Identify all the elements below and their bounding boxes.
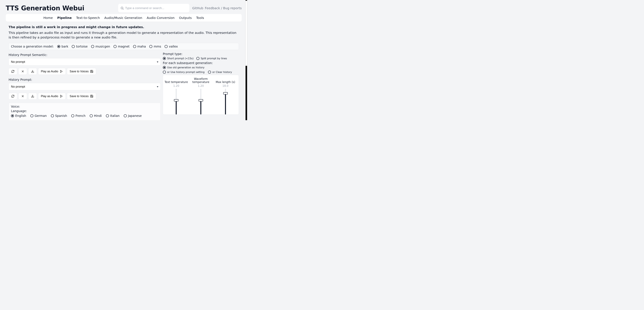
slider-value: 1.20: [173, 84, 179, 88]
hps-refresh-button[interactable]: [8, 68, 17, 75]
slider-thumb[interactable]: [198, 99, 203, 102]
nav-item-audiogen[interactable]: Audio/Music Generation: [104, 16, 142, 20]
play-icon: [60, 94, 63, 98]
nav-item-home[interactable]: Home: [44, 16, 53, 20]
model-radio-tortoise[interactable]: tortoise: [72, 45, 88, 48]
hp-play-button[interactable]: Play as Audio: [38, 93, 66, 100]
history-prompt-label: History Prompt:: [8, 78, 160, 82]
scrollbar-thumb[interactable]: [245, 1, 247, 66]
search-icon: [120, 6, 124, 10]
nav-bar: Home Pipeline Text-to-Speech Audio/Music…: [6, 14, 242, 22]
subsequent-label: For each subsequent generation:: [163, 61, 239, 65]
language-radio-italian[interactable]: Italian: [106, 114, 120, 118]
history-prompt-semantic-select[interactable]: [8, 58, 160, 66]
hps-play-button[interactable]: Play as Audio: [38, 68, 66, 75]
nav-item-outputs[interactable]: Outputs: [179, 16, 192, 20]
subseq-radio-use-history-setting[interactable]: or Use history prompt setting: [163, 70, 204, 74]
close-icon: [21, 70, 24, 73]
search-wrap: [118, 4, 190, 12]
hp-refresh-button[interactable]: [8, 93, 17, 100]
voice-label: Voice:: [11, 105, 158, 108]
download-icon: [31, 94, 34, 98]
play-icon: [60, 70, 63, 73]
refresh-icon: [11, 70, 14, 73]
slider-title: Max length (s): [216, 77, 235, 84]
model-radio-magnet[interactable]: magnet: [114, 45, 130, 48]
download-icon: [31, 70, 34, 73]
model-radio-vallex[interactable]: vallex: [164, 45, 178, 48]
hps-save-button[interactable]: Save to Voices: [67, 68, 96, 75]
prompt-type-label: Prompt type:: [163, 52, 239, 56]
subseq-radio-use-old[interactable]: Use old generation as history: [163, 66, 204, 69]
svg-line-1: [123, 9, 124, 10]
slider-title: Text temperature: [164, 77, 188, 84]
page-title: TTS Generation Webui: [6, 4, 84, 12]
slider-2: Max length (s)18.0: [214, 77, 238, 114]
slider-title: Waveform temperature: [192, 77, 210, 84]
svg-marker-9: [60, 95, 62, 98]
generation-model-row: Choose a generation model: bark tortoise…: [8, 43, 239, 50]
slider-0: Text temperature1.20: [164, 77, 188, 114]
hps-clear-button[interactable]: [18, 68, 27, 75]
close-icon: [21, 94, 24, 98]
slider-track[interactable]: [200, 89, 201, 114]
nav-item-pipeline[interactable]: Pipeline: [57, 16, 72, 20]
voice-language-panel: Voice: Language: EnglishGermanSpanishFre…: [8, 103, 160, 120]
model-radio-musicgen[interactable]: musicgen: [91, 45, 110, 48]
language-radio-french[interactable]: French: [71, 114, 86, 118]
pipeline-description: This pipeline takes an audio file as inp…: [8, 30, 239, 40]
pipeline-warning: The pipeline is still a work in progress…: [8, 25, 239, 29]
language-label: Language:: [11, 109, 158, 113]
slider-1: Waveform temperature1.20: [189, 77, 213, 114]
slider-track[interactable]: [225, 89, 226, 114]
slider-thumb[interactable]: [223, 92, 228, 94]
subseq-radio-clear[interactable]: or Clear history: [208, 70, 232, 74]
language-radio-spanish[interactable]: Spanish: [51, 114, 67, 118]
search-input[interactable]: [118, 4, 190, 12]
language-radio-german[interactable]: German: [30, 114, 47, 118]
slider-value: 18.0: [222, 84, 228, 88]
model-radio-maha[interactable]: maha: [133, 45, 146, 48]
hps-download-button[interactable]: [28, 68, 37, 75]
language-radio-hindi[interactable]: Hindi: [90, 114, 102, 118]
header-link-feedback[interactable]: Feedback / Bug reports: [205, 6, 242, 10]
language-radio-english[interactable]: English: [11, 114, 26, 118]
history-prompt-select[interactable]: [8, 83, 160, 90]
refresh-icon: [11, 94, 14, 98]
header-link-github[interactable]: GitHub: [192, 6, 203, 10]
prompt-type-radio-short[interactable]: Short prompt (<15s): [163, 57, 194, 60]
slider-value: 1.20: [198, 84, 204, 88]
save-icon: [90, 70, 93, 73]
hp-clear-button[interactable]: [18, 93, 27, 100]
svg-marker-5: [60, 70, 62, 73]
language-radio-japanese[interactable]: Japanese: [124, 114, 142, 118]
model-radio-mms[interactable]: mms: [149, 45, 161, 48]
nav-item-tools[interactable]: Tools: [196, 16, 204, 20]
nav-item-tts[interactable]: Text-to-Speech: [76, 16, 100, 20]
save-icon: [90, 94, 93, 98]
prompt-type-radio-split[interactable]: Split prompt by lines: [196, 57, 227, 60]
slider-thumb[interactable]: [174, 99, 178, 102]
hp-download-button[interactable]: [28, 93, 37, 100]
nav-item-audioconv[interactable]: Audio Conversion: [146, 16, 174, 20]
hp-save-button[interactable]: Save to Voices: [67, 93, 96, 100]
svg-point-0: [121, 7, 123, 9]
model-radio-bark[interactable]: bark: [57, 45, 68, 48]
generation-model-label: Choose a generation model:: [11, 45, 54, 48]
history-prompt-semantic-label: History Prompt Semantic:: [8, 53, 160, 56]
slider-card: Text temperature1.20Waveform temperature…: [163, 75, 239, 114]
slider-track[interactable]: [176, 89, 177, 114]
